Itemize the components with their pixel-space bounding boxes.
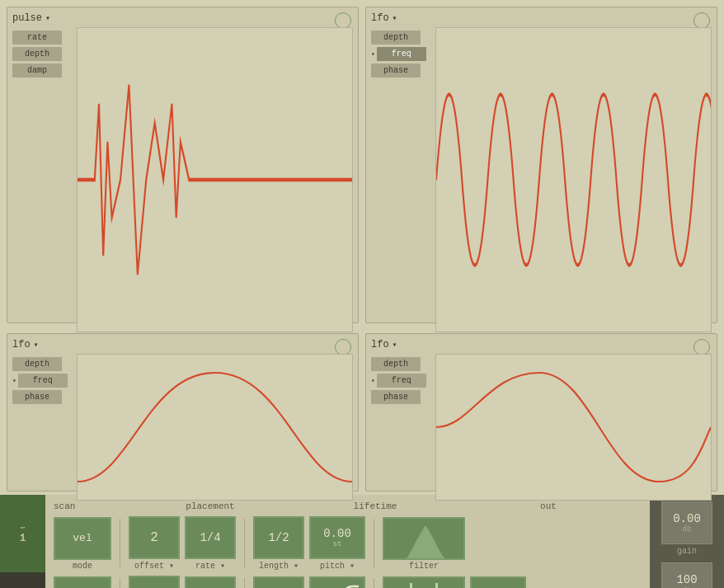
ctrl-tr-depth[interactable]: depth xyxy=(371,31,421,45)
ctrl-mr-freq-row: ▾ freq xyxy=(371,374,435,388)
snap-box[interactable]: 0 % xyxy=(185,576,236,589)
track-1-item[interactable]: ⋯ 1 xyxy=(0,495,45,572)
offset-box[interactable]: 2 xyxy=(129,516,180,559)
gain-box[interactable]: 0.00 db xyxy=(661,501,712,544)
shape-box[interactable] xyxy=(309,576,365,589)
mr-freq-arrow[interactable]: ▾ xyxy=(371,377,375,384)
vel-value: vel xyxy=(73,532,92,544)
panel-lfo-mid-left: lfo ▾ depth ▾ freq phase xyxy=(7,333,359,492)
vel-group: vel mode xyxy=(54,517,111,571)
freq-arrow[interactable]: ▾ xyxy=(371,50,375,58)
panel-lfo-ml-dropdown[interactable]: ▾ xyxy=(34,340,39,350)
lfo-tr-controls: depth ▾ freq phase xyxy=(371,27,435,332)
pitch-label: pitch ▾ xyxy=(320,561,355,571)
length-value: 1/2 xyxy=(268,531,289,544)
lfo-tr-waveform-svg xyxy=(436,28,711,332)
offset-value: 2 xyxy=(150,530,158,545)
panel-lfo-mr-dropdown[interactable]: ▾ xyxy=(393,340,397,350)
ctrl-rate[interactable]: rate xyxy=(12,31,62,45)
lfo-ml-waveform-svg xyxy=(78,355,352,500)
track-1-label: 1 xyxy=(20,533,26,544)
pitch-box[interactable]: 0.00 st xyxy=(309,516,365,559)
spread-line-right xyxy=(435,583,438,588)
ctrl-mr-freq[interactable]: freq xyxy=(377,374,426,388)
main-controls: scan placement lifetime out vel mode 2 o… xyxy=(45,495,650,588)
offset-group: 2 offset ▾ xyxy=(129,516,180,571)
vel-box[interactable]: vel xyxy=(54,517,111,560)
panel-lfo-ml-inner: depth ▾ freq phase xyxy=(12,354,353,501)
lfo-mr-controls: depth ▾ freq phase xyxy=(371,354,435,501)
ctrl-ml-phase[interactable]: phase xyxy=(12,390,62,404)
panel-lfo-mr-header: lfo ▾ xyxy=(371,339,712,350)
panel-lfo-ml-title: lfo xyxy=(12,339,31,350)
lfo-mr-wave-display xyxy=(435,354,712,501)
speed-box[interactable]: 157 % xyxy=(54,576,111,589)
out-gain-group: 0.00 db gain xyxy=(470,576,526,589)
pulse-wave-display xyxy=(77,27,353,332)
sep-5 xyxy=(244,578,245,588)
ctrl-damp[interactable]: damp xyxy=(12,64,62,78)
bottom-section: ⋯ 1 2 3 scan placement lifetime out vel … xyxy=(0,495,724,588)
panel-lfo-ml-header: lfo ▾ xyxy=(12,339,353,350)
filter-box[interactable] xyxy=(383,517,465,560)
ctrl-tr-freq[interactable]: freq xyxy=(377,47,426,61)
panel-lfo-top-right: lfo ▾ depth ▾ freq phase xyxy=(365,7,717,323)
rate-box[interactable]: 1/4 xyxy=(185,516,236,559)
right-panel: 0.00 db gain 100 % mix xyxy=(650,495,724,588)
ml-freq-arrow[interactable]: ▾ xyxy=(12,377,16,384)
spread-box[interactable] xyxy=(383,576,465,589)
length-box[interactable]: 1/2 xyxy=(253,516,304,559)
panel-pulse-title: pulse xyxy=(12,12,42,24)
ctrl-depth[interactable]: depth xyxy=(12,47,62,61)
reverse-box[interactable]: 33 % xyxy=(253,576,304,589)
panel-pulse-circle[interactable] xyxy=(335,12,351,29)
sep-4 xyxy=(120,578,120,588)
grid-box[interactable]: 1/4 xyxy=(129,576,180,588)
out-header: out xyxy=(466,501,631,511)
ctrl-ml-freq-row: ▾ freq xyxy=(12,374,77,388)
filter-label: filter xyxy=(409,562,439,571)
ctrl-mr-depth[interactable]: depth xyxy=(371,357,421,371)
lfo-ml-wave-display xyxy=(77,354,353,501)
ctrl-tr-freq-row: ▾ freq xyxy=(371,47,435,61)
sep-1 xyxy=(120,519,120,568)
panel-lfo-tr-title: lfo xyxy=(371,12,389,24)
panel-lfo-tr-circle[interactable] xyxy=(693,12,710,29)
panel-lfo-mr-circle[interactable] xyxy=(693,339,710,355)
ctrl-mr-phase[interactable]: phase xyxy=(371,390,421,404)
length-label: length ▾ xyxy=(259,561,299,571)
panel-pulse-dropdown[interactable]: ▾ xyxy=(45,13,50,23)
sep-6 xyxy=(374,578,374,588)
panel-pulse-inner: rate depth damp xyxy=(12,27,353,332)
rate-label: rate ▾ xyxy=(195,561,225,571)
track-sidebar: ⋯ 1 2 3 xyxy=(0,495,45,588)
ctrl-tr-phase[interactable]: phase xyxy=(371,64,421,78)
panel-lfo-ml-circle[interactable] xyxy=(335,339,351,355)
controls-row-2: 157 % speed 1/4 grid ▾ 0 % snap xyxy=(54,576,642,588)
panel-lfo-tr-dropdown[interactable]: ▾ xyxy=(393,13,397,23)
pitch-unit: st xyxy=(333,540,342,548)
snap-group: 0 % snap xyxy=(185,576,236,589)
ctrl-ml-depth[interactable]: depth xyxy=(12,357,62,371)
placement-header: placement xyxy=(136,501,284,511)
panel-pulse: pulse ▾ rate depth damp xyxy=(7,7,359,323)
filter-group: filter xyxy=(383,517,465,571)
track-2-item[interactable]: 2 xyxy=(0,572,45,588)
panel-lfo-mr-inner: depth ▾ freq phase xyxy=(371,354,712,501)
out-gain-box[interactable]: 0.00 db xyxy=(470,576,526,589)
panel-lfo-mid-right: lfo ▾ depth ▾ freq phase xyxy=(365,333,717,492)
speed-group: 157 % speed xyxy=(54,576,111,589)
sep-2 xyxy=(244,519,245,568)
lfo-ml-controls: depth ▾ freq phase xyxy=(12,354,77,501)
controls-row-1: vel mode 2 offset ▾ 1/4 rate ▾ xyxy=(54,516,642,571)
ctrl-ml-freq[interactable]: freq xyxy=(18,374,68,388)
rate-value: 1/4 xyxy=(200,531,220,544)
mix-box[interactable]: 100 % xyxy=(661,562,712,588)
panel-lfo-tr-header: lfo ▾ xyxy=(371,12,712,24)
track-1-icon: ⋯ xyxy=(20,523,25,533)
mix-value: 100 xyxy=(676,573,697,586)
grid-group: 1/4 grid ▾ xyxy=(129,576,180,588)
pitch-value: 0.00 xyxy=(323,527,351,540)
panel-lfo-tr-inner: depth ▾ freq phase xyxy=(371,27,712,332)
lfo-mr-waveform-svg xyxy=(436,355,711,500)
